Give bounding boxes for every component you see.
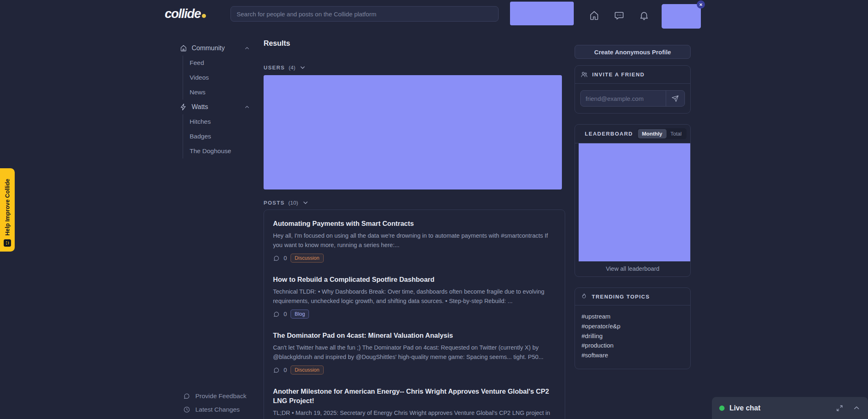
collide-logo[interactable]: collide <box>165 7 206 21</box>
sidebar-item-the-doghouse[interactable]: The Doghouse <box>190 144 250 158</box>
page-title: Results <box>264 39 566 48</box>
logo-text: collide <box>165 7 201 21</box>
trending-topics-header: TRENDING TOPICS <box>575 288 690 305</box>
sidebar-section-watts[interactable]: Watts <box>180 100 250 114</box>
expand-icon[interactable] <box>836 404 843 412</box>
post-title[interactable]: The Dominator Pad on 4cast: Mineral Valu… <box>273 331 556 340</box>
sidebar-item-badges[interactable]: Badges <box>190 129 250 144</box>
notifications-icon[interactable] <box>639 10 649 21</box>
invite-friend-card: INVITE A FRIEND <box>575 65 691 114</box>
users-count: (4) <box>289 65 295 71</box>
search-input[interactable] <box>230 6 499 22</box>
post-excerpt: TL;DR • March 19, 2025: Secretary of Ene… <box>273 408 556 419</box>
tag-badge[interactable]: Discussion <box>291 254 323 263</box>
posts-card: Automating Payments with Smart Contracts… <box>264 210 565 419</box>
comment-icon <box>273 255 280 262</box>
redacted-users-results <box>264 75 562 189</box>
sidebar-section-community[interactable]: Community <box>180 41 250 56</box>
help-improve-collide-button[interactable]: Help Improve Collide <box>0 168 15 252</box>
page: collide ✕ Community Feed Videos News <box>0 0 868 419</box>
tag-badge[interactable]: Blog <box>291 310 309 319</box>
trending-topics-card: TRENDING TOPICS #upstream #operator/e&p … <box>575 288 691 369</box>
post-item[interactable]: Another Milestone for American Energy-- … <box>273 387 556 419</box>
post-meta: 0 Blog <box>273 310 556 319</box>
latest-changes-link[interactable]: Latest Changes <box>183 405 246 415</box>
trending-topic[interactable]: #software <box>582 350 684 360</box>
tab-total[interactable]: Total <box>667 129 686 138</box>
community-items: Feed Videos News <box>183 56 250 100</box>
clock-icon <box>183 406 190 413</box>
sidebar: Community Feed Videos News Watts Hitches… <box>180 41 250 158</box>
users-icon <box>580 71 588 78</box>
comment-count: 0 <box>284 367 287 373</box>
post-item[interactable]: Automating Payments with Smart Contracts… <box>273 219 556 263</box>
logo-dot-icon <box>202 14 206 18</box>
trending-topic[interactable]: #production <box>582 341 684 350</box>
provide-feedback-link[interactable]: Provide Feedback <box>183 391 246 401</box>
sidebar-item-news[interactable]: News <box>190 85 250 100</box>
trending-topic[interactable]: #operator/e&p <box>582 321 684 331</box>
create-anonymous-profile-button[interactable]: Create Anonymous Profile <box>575 45 691 59</box>
tag-badge[interactable]: Discussion <box>291 366 323 374</box>
trending-topics-list: #upstream #operator/e&p #drilling #produ… <box>575 305 690 369</box>
home-icon[interactable] <box>589 10 600 21</box>
post-item[interactable]: The Dominator Pad on 4cast: Mineral Valu… <box>273 331 556 374</box>
bolt-icon <box>180 103 187 111</box>
chevron-down-icon[interactable] <box>299 64 306 71</box>
invite-input-group <box>580 90 685 107</box>
link-label: Latest Changes <box>195 406 240 413</box>
view-all-leaderboard-link[interactable]: View all leaderboard <box>575 261 690 276</box>
post-title[interactable]: Another Milestone for American Energy-- … <box>273 387 556 406</box>
chevron-down-icon[interactable] <box>302 199 309 206</box>
post-meta: 0 Discussion <box>273 366 556 374</box>
sidebar-item-videos[interactable]: Videos <box>190 70 250 85</box>
watts-items: Hitches Badges The Doghouse <box>183 114 250 158</box>
comment-count: 0 <box>284 311 287 317</box>
trending-topic[interactable]: #upstream <box>582 312 684 321</box>
right-panel: Create Anonymous Profile INVITE A FRIEND <box>575 45 691 369</box>
send-invite-button[interactable] <box>666 91 685 106</box>
paper-plane-icon <box>671 95 679 103</box>
invite-friend-header: INVITE A FRIEND <box>575 66 690 84</box>
section-label: Community <box>192 45 225 52</box>
avatar[interactable]: ✕ <box>662 4 701 29</box>
sidebar-item-hitches[interactable]: Hitches <box>190 114 250 129</box>
close-icon[interactable]: ✕ <box>697 0 705 9</box>
chevron-up-icon[interactable] <box>244 45 250 51</box>
leaderboard-header: LEADERBOARD Monthly Total <box>575 125 690 143</box>
chevron-up-icon[interactable] <box>244 104 250 110</box>
sidebar-footer: Provide Feedback Latest Changes <box>183 391 246 418</box>
post-item[interactable]: How to Rebuild a Complicated Spotfire Da… <box>273 275 556 319</box>
posts-label: POSTS <box>264 200 285 206</box>
post-title[interactable]: Automating Payments with Smart Contracts <box>273 219 556 228</box>
leaderboard-card: LEADERBOARD Monthly Total View all leade… <box>575 124 691 277</box>
comment-icon <box>273 367 280 374</box>
leaderboard-toggle: Monthly Total <box>637 128 687 139</box>
invite-friend-title: INVITE A FRIEND <box>592 71 644 78</box>
trending-topic[interactable]: #drilling <box>582 331 684 341</box>
feedback-smiley-icon <box>4 239 11 247</box>
post-excerpt: Can't let Twitter have all the fun ;) Th… <box>273 343 556 362</box>
redacted-header-block[interactable] <box>510 2 574 25</box>
tab-monthly[interactable]: Monthly <box>638 129 667 138</box>
post-title[interactable]: How to Rebuild a Complicated Spotfire Da… <box>273 275 556 284</box>
redacted-leaderboard-results <box>579 143 690 261</box>
users-section-header: USERS (4) <box>264 64 566 71</box>
messages-icon[interactable] <box>614 10 624 21</box>
post-excerpt: Hey all, I'm focused on using all the da… <box>273 231 556 250</box>
live-chat-bar[interactable]: Live chat <box>712 397 868 419</box>
invite-friend-body <box>575 84 690 113</box>
post-excerpt: Technical TLDR: • Why Dashboards Break: … <box>273 287 556 306</box>
link-label: Provide Feedback <box>195 392 246 400</box>
chevron-up-icon[interactable] <box>852 404 861 412</box>
online-status-icon <box>719 406 725 411</box>
comment-count: 0 <box>284 255 287 261</box>
posts-count: (10) <box>289 200 298 206</box>
trophy-icon <box>580 130 581 138</box>
live-chat-label: Live chat <box>729 404 761 412</box>
users-label: USERS <box>264 65 285 71</box>
invite-email-field[interactable] <box>581 91 666 106</box>
trending-topics-title: TRENDING TOPICS <box>592 294 650 300</box>
sidebar-item-feed[interactable]: Feed <box>190 56 250 70</box>
post-meta: 0 Discussion <box>273 254 556 263</box>
